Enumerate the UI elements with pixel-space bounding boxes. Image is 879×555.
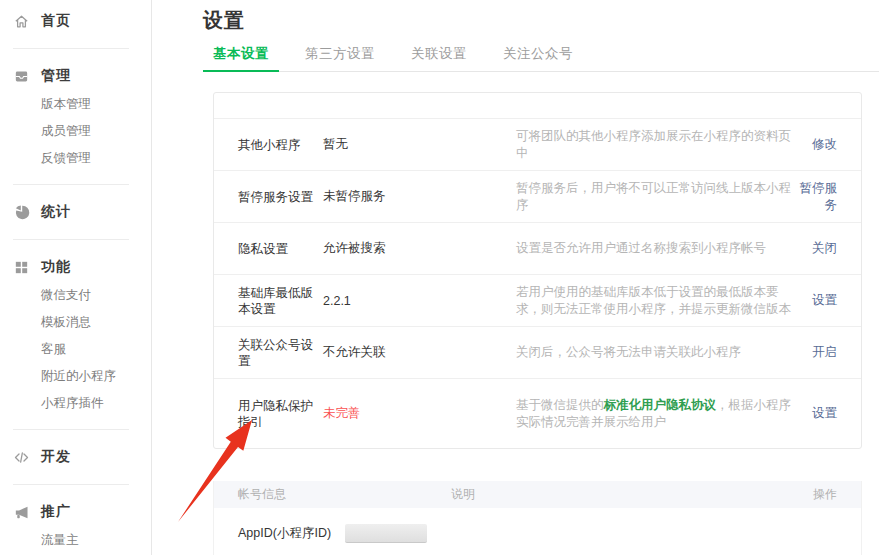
account-header-description: 说明 — [451, 486, 797, 503]
sidebar-item-label: 开发 — [41, 448, 71, 466]
inbox-icon — [13, 68, 30, 85]
sidebar-item-label: 推广 — [41, 503, 71, 521]
tab-linked[interactable]: 关联设置 — [401, 45, 477, 71]
setting-action-cell: 暂停服务 — [792, 180, 837, 214]
sidebar-item-home[interactable]: 首页 — [0, 6, 151, 36]
sidebar-subitem-traffic-owner[interactable]: 流量主 — [0, 527, 151, 554]
setting-label: 基础库最低版本设置 — [238, 285, 323, 317]
sidebar-divider — [13, 239, 129, 240]
setting-value: 不允许关联 — [323, 344, 516, 361]
sidebar-subitem-feedback-management[interactable]: 反馈管理 — [0, 145, 151, 172]
sidebar-divider — [13, 429, 129, 430]
description-text: 基于微信提供的 — [516, 398, 604, 412]
sidebar-subitem-miniprogram-plugin[interactable]: 小程序插件 — [0, 390, 151, 417]
setting-value: 未暂停服务 — [323, 188, 516, 205]
sidebar-item-management[interactable]: 管理 — [0, 61, 151, 91]
sidebar-item-statistics[interactable]: 统计 — [0, 197, 151, 227]
sidebar-divider — [13, 484, 129, 485]
megaphone-icon — [13, 504, 30, 521]
sidebar-subitem-template-message[interactable]: 模板消息 — [0, 309, 151, 336]
privacy-setting-action-link[interactable]: 关闭 — [812, 241, 837, 255]
setting-value: 2.2.1 — [323, 294, 516, 308]
account-header-account-info: 帐号信息 — [238, 486, 451, 503]
pie-chart-icon — [13, 204, 30, 221]
setting-value: 允许被搜索 — [323, 240, 516, 257]
setting-description: 设置是否允许用户通过名称搜索到小程序帐号 — [516, 240, 792, 257]
settings-row-linked-official-account: 关联公众号设置不允许关联关闭后，公众号将无法申请关联此小程序开启 — [214, 326, 861, 378]
sidebar-divider — [13, 48, 129, 49]
settings-row-suspend-service: 暂停服务设置未暂停服务暂停服务后，用户将不可以正常访问线上版本小程序暂停服务 — [214, 170, 861, 222]
wechat-miniprogram-console: 首页管理版本管理成员管理反馈管理统计功能微信支付模板消息客服附近的小程序小程序插… — [0, 0, 879, 555]
sidebar-subitem-version-management[interactable]: 版本管理 — [0, 91, 151, 118]
setting-value: 暂无 — [323, 136, 516, 153]
tab-basic[interactable]: 基本设置 — [203, 45, 279, 72]
setting-action-cell: 设置 — [792, 292, 837, 309]
sidebar: 首页管理版本管理成员管理反馈管理统计功能微信支付模板消息客服附近的小程序小程序插… — [0, 0, 152, 555]
account-row-label: AppID(小程序ID) — [238, 525, 331, 542]
sidebar-item-features[interactable]: 功能 — [0, 252, 151, 282]
setting-action-cell: 修改 — [792, 136, 837, 153]
account-table-rows: AppID(小程序ID) — [214, 508, 861, 555]
settings-row-user-privacy-guideline: 用户隐私保护指引未完善基于微信提供的标准化用户隐私协议，根据小程序实际情况完善并… — [214, 378, 861, 448]
setting-description: 暂停服务后，用户将不可以正常访问线上版本小程序 — [516, 180, 792, 214]
sidebar-subitem-nearby-miniprogram[interactable]: 附近的小程序 — [0, 363, 151, 390]
account-info-table: 帐号信息说明操作 AppID(小程序ID) — [213, 481, 862, 555]
settings-row-privacy-setting: 隐私设置允许被搜索设置是否允许用户通过名称搜索到小程序帐号关闭 — [214, 222, 861, 274]
setting-description: 基于微信提供的标准化用户隐私协议，根据小程序实际情况完善并展示给用户 — [516, 397, 792, 431]
setting-label: 关联公众号设置 — [238, 337, 323, 369]
linked-official-account-action-link[interactable]: 开启 — [812, 345, 837, 359]
other-miniprograms-action-link[interactable]: 修改 — [812, 137, 837, 151]
settings-card: 其他小程序暂无可将团队的其他小程序添加展示在小程序的资料页中修改暂停服务设置未暂… — [213, 92, 862, 449]
page-title: 设置 — [152, 0, 879, 32]
setting-description: 关闭后，公众号将无法申请关联此小程序 — [516, 344, 792, 361]
grid-icon — [13, 259, 30, 276]
account-row-appid: AppID(小程序ID) — [214, 508, 861, 555]
sidebar-subitem-wechat-pay[interactable]: 微信支付 — [0, 282, 151, 309]
sidebar-item-label: 管理 — [41, 67, 71, 85]
account-header-operation: 操作 — [797, 486, 837, 503]
setting-description: 可将团队的其他小程序添加展示在小程序的资料页中 — [516, 128, 792, 162]
home-icon — [13, 13, 30, 30]
main-content: 设置 基本设置第三方设置关联设置关注公众号 其他小程序暂无可将团队的其他小程序添… — [152, 0, 879, 555]
suspend-service-action-link[interactable]: 暂停服务 — [800, 181, 838, 212]
standard-privacy-agreement-link[interactable]: 标准化用户隐私协议 — [604, 398, 717, 412]
sidebar-divider — [13, 184, 129, 185]
sidebar-item-development[interactable]: 开发 — [0, 442, 151, 472]
tabs: 基本设置第三方设置关联设置关注公众号 — [203, 45, 879, 72]
settings-row-min-sdk-version: 基础库最低版本设置2.2.1若用户使用的基础库版本低于设置的最低版本要求，则无法… — [214, 274, 861, 326]
sidebar-subitem-customer-service[interactable]: 客服 — [0, 336, 151, 363]
settings-rows: 其他小程序暂无可将团队的其他小程序添加展示在小程序的资料页中修改暂停服务设置未暂… — [214, 118, 861, 448]
setting-description: 若用户使用的基础库版本低于设置的最低版本要求，则无法正常使用小程序，并提示更新微… — [516, 284, 792, 318]
setting-action-cell: 关闭 — [792, 240, 837, 257]
setting-label: 隐私设置 — [238, 241, 323, 257]
setting-label: 用户隐私保护指引 — [238, 398, 323, 430]
setting-action-cell: 设置 — [792, 405, 837, 422]
min-sdk-version-action-link[interactable]: 设置 — [812, 293, 837, 307]
sidebar-item-label: 首页 — [41, 12, 71, 30]
sidebar-subitem-member-management[interactable]: 成员管理 — [0, 118, 151, 145]
sidebar-item-promotion[interactable]: 推广 — [0, 497, 151, 527]
settings-card-top-spacer — [214, 93, 861, 118]
settings-row-other-miniprograms: 其他小程序暂无可将团队的其他小程序添加展示在小程序的资料页中修改 — [214, 118, 861, 170]
tab-official-account[interactable]: 关注公众号 — [493, 45, 583, 71]
tab-third-party[interactable]: 第三方设置 — [295, 45, 385, 71]
sidebar-item-label: 统计 — [41, 203, 71, 221]
redacted-appid-value — [345, 524, 427, 543]
account-table-header: 帐号信息说明操作 — [214, 481, 861, 508]
setting-label: 暂停服务设置 — [238, 189, 323, 205]
code-icon — [13, 449, 30, 466]
setting-action-cell: 开启 — [792, 344, 837, 361]
sidebar-item-label: 功能 — [41, 258, 71, 276]
setting-value: 未完善 — [323, 405, 516, 422]
user-privacy-guideline-action-link[interactable]: 设置 — [812, 406, 837, 420]
setting-label: 其他小程序 — [238, 137, 323, 153]
